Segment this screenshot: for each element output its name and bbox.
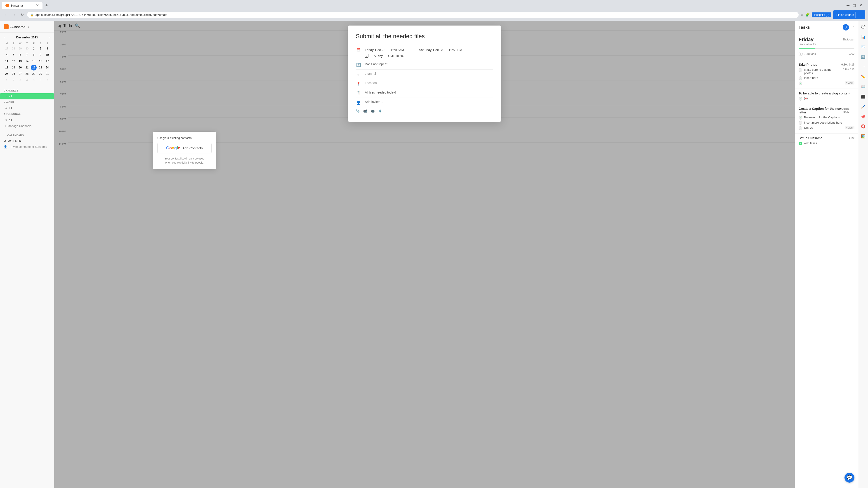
cal-day[interactable]: 20	[18, 65, 23, 70]
location-input[interactable]: Location...	[365, 81, 379, 85]
cal-day[interactable]: 16	[37, 58, 43, 64]
cal-day[interactable]: 29	[31, 71, 37, 77]
work-header[interactable]: ▾ WORK	[0, 99, 54, 105]
attachment-icon[interactable]: 📎	[356, 109, 360, 113]
sidebar-item-all[interactable]: # all	[0, 93, 54, 99]
cal-day[interactable]: 5	[11, 52, 17, 58]
strip-book-icon[interactable]: 📖	[860, 84, 866, 90]
extensions-icon[interactable]: 🧩	[805, 13, 810, 17]
task-checkbox[interactable]: ✓	[799, 142, 802, 145]
add-task-button[interactable]: + Add task 1:00	[799, 51, 855, 57]
cal-day[interactable]: 4	[24, 77, 30, 83]
cal-day[interactable]: 21	[24, 65, 30, 70]
calendar-next-button[interactable]: ›	[49, 35, 51, 39]
task-checkbox[interactable]: ✓	[799, 121, 802, 125]
cal-day[interactable]: 6	[37, 77, 43, 83]
personal-header[interactable]: ▾ PERSONAL	[0, 111, 54, 117]
back-button[interactable]: ←	[3, 12, 9, 18]
invite-button[interactable]: 👤+ Invite someone to Sunsama	[4, 143, 51, 150]
strip-share-icon[interactable]: ⬆️	[860, 54, 866, 60]
start-date-item[interactable]: Friday, Dec 22	[365, 48, 385, 52]
task-checkbox[interactable]: ✓	[799, 116, 802, 120]
invitee-input[interactable]	[365, 100, 493, 104]
finish-update-button[interactable]: Finish update ⋮	[833, 10, 865, 19]
task-checkbox[interactable]: ✓	[799, 68, 802, 72]
strip-mail-icon[interactable]: ✉️	[860, 43, 866, 50]
cal-day[interactable]: 31	[44, 71, 50, 77]
cal-day[interactable]: 27	[18, 71, 23, 77]
new-tab-button[interactable]: +	[43, 2, 50, 8]
cal-day[interactable]: 7	[24, 52, 30, 58]
address-bar[interactable]: 🔒 app.sunsama.com/group/1703182764469638…	[27, 12, 799, 18]
active-tab[interactable]: Sunsama ✕	[2, 2, 42, 9]
channel-text[interactable]: channel	[365, 72, 376, 75]
video2-icon[interactable]: 📹	[371, 109, 375, 113]
minimize-button[interactable]: ─	[846, 3, 849, 8]
strip-image-icon[interactable]: 🖼️	[860, 133, 866, 139]
cal-day[interactable]: 8	[31, 52, 37, 58]
expand-icon[interactable]: →	[851, 24, 855, 31]
cal-day[interactable]: 10	[44, 52, 50, 58]
strip-table-icon[interactable]: 📊	[860, 34, 866, 40]
strip-nodes-icon[interactable]: ⋯	[860, 64, 866, 70]
incognito-badge[interactable]: Incognito (2)	[812, 12, 831, 18]
bookmark-icon[interactable]: ☆	[800, 13, 804, 17]
description-text[interactable]: All files needed today!	[365, 91, 396, 94]
cal-day[interactable]: 2	[11, 77, 17, 83]
manage-channels-button[interactable]: + Manage Channels	[0, 123, 54, 129]
end-date-item[interactable]: Saturday, Dec 23	[419, 48, 443, 52]
strip-edit-icon[interactable]: ✏️	[860, 73, 866, 80]
close-window-button[interactable]: ✕	[859, 3, 863, 8]
cal-day[interactable]: 1	[4, 77, 10, 83]
task-checkbox[interactable]: ✓	[799, 126, 802, 130]
finish-update-more[interactable]: ⋮	[855, 12, 862, 18]
chat-bubble-button[interactable]: 💬	[844, 473, 855, 483]
cal-day[interactable]: 11	[4, 58, 10, 64]
task-checkbox[interactable]: ✓	[799, 97, 802, 101]
strip-circle-icon[interactable]: ⭕	[860, 123, 866, 129]
cal-day[interactable]: 9	[37, 52, 43, 58]
cal-day[interactable]: 18	[4, 65, 10, 70]
cal-day[interactable]: 25	[4, 71, 10, 77]
cal-day[interactable]: 3	[44, 46, 50, 52]
cal-day[interactable]: 4	[4, 52, 10, 58]
cal-day[interactable]: 13	[18, 58, 23, 64]
tab-close-button[interactable]: ✕	[36, 4, 39, 7]
cal-day[interactable]: 19	[11, 65, 17, 70]
cal-day[interactable]: 6	[18, 52, 23, 58]
cal-day[interactable]: 30	[24, 46, 30, 52]
sidebar-item-work-all[interactable]: # all	[0, 105, 54, 111]
cal-day[interactable]: 28	[24, 71, 30, 77]
cal-day[interactable]: 29	[18, 46, 23, 52]
cal-day[interactable]: 1	[31, 46, 37, 52]
strip-chat-icon[interactable]: 💬	[860, 24, 866, 30]
cal-day-today[interactable]: 22	[31, 65, 37, 70]
allday-checkbox[interactable]: ✓	[365, 54, 368, 58]
video-icon[interactable]: 📹	[363, 109, 367, 113]
sidebar-item-personal-all[interactable]: # all	[0, 117, 54, 123]
cal-day[interactable]: 24	[44, 65, 50, 70]
cal-day[interactable]: 5	[31, 77, 37, 83]
cal-day[interactable]: 28	[11, 46, 17, 52]
task-checkbox[interactable]: ✓	[799, 82, 802, 85]
cal-day[interactable]: 26	[11, 71, 17, 77]
calendar-prev-button[interactable]: ‹	[4, 35, 5, 39]
settings-icon[interactable]: ⚙️	[378, 109, 382, 113]
maximize-button[interactable]: □	[853, 3, 856, 8]
cal-day[interactable]: 2	[37, 46, 43, 52]
strip-github-icon[interactable]: 🐙	[860, 113, 866, 120]
cal-day[interactable]: 23	[37, 65, 43, 70]
task-checkbox[interactable]: ✓	[799, 76, 802, 80]
cal-day[interactable]: 3	[18, 77, 23, 83]
calendars-header[interactable]: CALENDARS	[4, 133, 51, 138]
cal-day[interactable]: 17	[44, 58, 50, 64]
forward-button[interactable]: →	[11, 12, 17, 18]
reload-button[interactable]: ↻	[19, 12, 25, 18]
cal-day[interactable]: 27	[4, 46, 10, 52]
cal-day[interactable]: 14	[24, 58, 30, 64]
strip-layers-icon[interactable]: ⬛	[860, 93, 866, 100]
channels-header[interactable]: CHANNELS	[0, 88, 54, 93]
cal-day[interactable]: 30	[37, 71, 43, 77]
add-contacts-button[interactable]: Google Add Contacts	[157, 143, 212, 153]
cal-day[interactable]: 12	[11, 58, 17, 64]
